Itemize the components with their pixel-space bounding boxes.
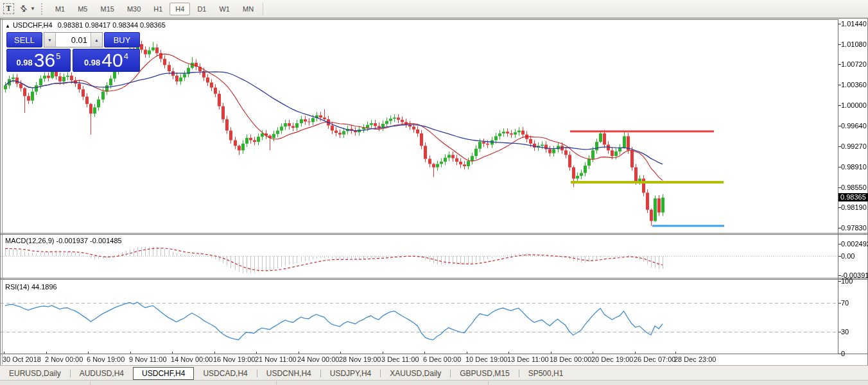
macd-indicator-label: MACD(12,26,9) -0.001937 -0.001485 bbox=[5, 237, 122, 244]
strip-divider bbox=[488, 381, 489, 385]
chart-title: ▲USDCHF,H40.98381 0.98417 0.98344 0.9836… bbox=[5, 21, 166, 29]
chart-tab-xauusd[interactable]: XAUUSD,Daily bbox=[381, 368, 450, 379]
buy-price-big: 40 bbox=[101, 51, 123, 70]
strip-divider bbox=[276, 381, 277, 385]
chart-tab-audusd[interactable]: AUDUSD,H4 bbox=[71, 368, 133, 379]
buy-price-pip: 4 bbox=[124, 51, 128, 61]
chart-tab-gbpusd[interactable]: GBPUSD,M15 bbox=[451, 368, 518, 379]
volume-spinner: ▼ 0.01 ▲ bbox=[44, 32, 103, 47]
buy-price-prefix: 0.98 bbox=[84, 58, 100, 70]
chart-tab-usdcad[interactable]: USDCAD,H4 bbox=[194, 368, 256, 379]
volume-decrease-button[interactable]: ▼ bbox=[44, 33, 56, 47]
collapse-icon[interactable]: ▲ bbox=[5, 23, 10, 29]
one-click-trading-panel: SELL ▼ 0.01 ▲ BUY 0.98365 0.98404 bbox=[6, 32, 140, 72]
chart-ohlc-values: 0.98381 0.98417 0.98344 0.98365 bbox=[58, 21, 166, 29]
sell-price-pip: 5 bbox=[56, 51, 60, 61]
chart-tab-eurusd[interactable]: EURUSD,Daily bbox=[0, 368, 70, 379]
sell-price-prefix: 0.98 bbox=[17, 58, 33, 70]
buy-button[interactable]: BUY bbox=[104, 32, 140, 47]
rsi-indicator-label: RSI(14) 44.1896 bbox=[5, 283, 57, 291]
strip-divider bbox=[90, 381, 91, 385]
volume-input[interactable]: 0.01 bbox=[56, 33, 91, 47]
chart-tab-bar: EURUSD,DailyAUDUSD,H4USDCHF,H4USDCAD,H4U… bbox=[0, 365, 868, 381]
chart-symbol: USDCHF,H4 bbox=[13, 21, 53, 29]
window-inner-border bbox=[2, 18, 3, 364]
chart-tab-usdchf[interactable]: USDCHF,H4 bbox=[133, 367, 194, 380]
sell-button[interactable]: SELL bbox=[6, 32, 42, 47]
chart-tab-usdcnh[interactable]: USDCNH,H4 bbox=[257, 368, 320, 379]
chart-tab-usdjpy[interactable]: USDJPY,H4 bbox=[321, 368, 380, 379]
volume-increase-button[interactable]: ▲ bbox=[91, 33, 102, 47]
sell-price-big: 36 bbox=[34, 51, 55, 70]
chart-tab-sp500[interactable]: SP500,H1 bbox=[519, 368, 573, 379]
buy-price-button[interactable]: 0.98404 bbox=[73, 49, 140, 72]
sell-price-button[interactable]: 0.98365 bbox=[6, 49, 71, 72]
status-strip bbox=[0, 380, 868, 385]
